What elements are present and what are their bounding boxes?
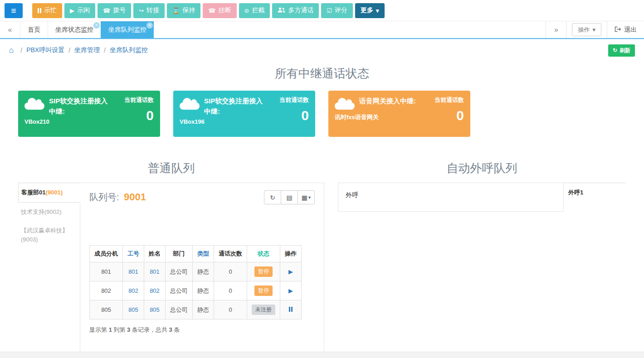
breadcrumb: ⌂ / PBX呼叫设置 / 坐席管理 / 坐席队列监控 ↻ 刷新 xyxy=(9,42,635,58)
cell-name[interactable]: 802 xyxy=(144,281,166,300)
cloud-icon xyxy=(335,102,355,110)
summary-text: 到第 xyxy=(112,326,127,333)
outbound-queue-title: 自动外呼队列 xyxy=(338,160,626,176)
home-icon[interactable]: ⌂ xyxy=(9,46,14,55)
tab-label: 首页 xyxy=(28,26,40,33)
queue-tab-9002[interactable]: 技术支持(9002) xyxy=(18,203,80,222)
trunk-card-name: VBox210 xyxy=(24,118,113,125)
close-icon[interactable]: × xyxy=(146,22,153,29)
logout-icon xyxy=(615,26,621,34)
caret-down-icon: ▾ xyxy=(376,8,379,14)
col-header-name: 姓名 xyxy=(144,246,166,262)
close-icon[interactable]: × xyxy=(93,22,100,29)
breadcrumb-link-queue-monitor[interactable]: 坐席队列监控 xyxy=(110,46,148,54)
toolbar-button-score[interactable]: ☑ 评分 xyxy=(321,3,353,18)
queue-tab-9003[interactable]: 【武汉赢卓科技】(9003) xyxy=(18,221,80,249)
panel-list-view-button[interactable]: ▤ xyxy=(281,190,298,204)
cell-action xyxy=(280,300,302,319)
toolbar-button-more[interactable]: 更多 ▾ xyxy=(355,3,385,18)
cell-worker-id[interactable]: 802 xyxy=(123,281,144,300)
cell-worker-id[interactable]: 801 xyxy=(123,262,144,281)
summary-from: 1 xyxy=(109,326,112,333)
outbound-tab-label: 外呼1 xyxy=(568,189,583,196)
menu-button[interactable]: ≡ xyxy=(5,3,23,18)
play-icon[interactable]: ▶ xyxy=(288,287,293,294)
status-badge: 未注册 xyxy=(252,305,275,315)
divider xyxy=(566,21,566,38)
col-header-type[interactable]: 类型 xyxy=(193,246,214,262)
col-header-status[interactable]: 状态 xyxy=(247,246,280,262)
cell-extension: 802 xyxy=(90,281,123,300)
users-icon xyxy=(278,7,285,14)
breadcrumb-link-pbx[interactable]: PBX呼叫设置 xyxy=(26,46,64,54)
refresh-button[interactable]: ↻ 刷新 xyxy=(608,44,635,57)
panel-columns-dropdown-button[interactable]: ▦▾ xyxy=(298,190,315,204)
breadcrumb-link-agent-mgmt[interactable]: 坐席管理 xyxy=(74,46,100,54)
summary-text: 显示第 xyxy=(89,326,109,333)
top-toolbar: ≡ 示忙 ▶ 示闲 ☎ 拨号 ↪ 转接 ⌛ 保持 ☎ 挂断 ⊘ 拦截 多方通话 … xyxy=(0,0,644,21)
cell-type: 静态 xyxy=(193,300,214,319)
logout-button[interactable]: 退出 xyxy=(607,21,644,38)
toolbar-button-conference[interactable]: 多方通话 xyxy=(272,3,319,18)
breadcrumb-separator: / xyxy=(68,47,70,54)
queue-number-heading: 队列号: 9001 xyxy=(89,191,146,203)
metric-label: 当前通话数 xyxy=(434,96,464,104)
toolbar-button-label: 示忙 xyxy=(44,6,57,15)
operation-dropdown-button[interactable]: 操作 ▾ xyxy=(572,23,601,36)
main-content: ⌂ / PBX呼叫设置 / 坐席管理 / 坐席队列监控 ↻ 刷新 所有中继通话状… xyxy=(0,39,644,352)
tabs-scroll-left-button[interactable]: « xyxy=(0,21,20,38)
block-icon: ⊘ xyxy=(244,8,249,14)
tabs-scroll-right-button[interactable]: » xyxy=(546,26,566,34)
toolbar-button-show-idle[interactable]: ▶ 示闲 xyxy=(64,3,95,18)
refresh-icon: ↻ xyxy=(270,194,275,201)
outbound-queue-tab[interactable]: 外呼1 xyxy=(564,183,626,202)
trunk-card-metric: 当前通话数 0 xyxy=(268,96,309,131)
pause-icon[interactable] xyxy=(289,307,293,312)
trunk-card-metric: 当前通话数 0 xyxy=(113,96,154,131)
metric-label: 当前通话数 xyxy=(124,96,154,104)
toolbar-button-block[interactable]: ⊘ 拦截 xyxy=(239,3,270,18)
cell-worker-id[interactable]: 805 xyxy=(123,300,144,319)
refresh-label: 刷新 xyxy=(620,47,630,54)
play-icon: ▶ xyxy=(70,8,74,14)
refresh-icon: ↻ xyxy=(613,47,617,53)
cell-type: 静态 xyxy=(193,281,214,300)
status-badge: 暂停 xyxy=(254,285,273,296)
trunk-card-vbox196: SIP软交换注册接入中继: VBox196 当前通话数 0 xyxy=(173,91,315,137)
cell-calls: 0 xyxy=(214,281,247,300)
queue-tab-number: (9003) xyxy=(21,236,38,243)
trunk-section-title: 所有中继通话状态 xyxy=(9,66,635,82)
toolbar-button-show-busy[interactable]: 示忙 xyxy=(32,3,62,18)
toolbar-button-label: 保持 xyxy=(182,6,195,15)
play-icon[interactable]: ▶ xyxy=(288,268,293,275)
toolbar-button-transfer[interactable]: ↪ 转接 xyxy=(133,3,165,18)
toolbar-button-hangup[interactable]: ☎ 挂断 xyxy=(203,3,236,18)
menu-icon: ≡ xyxy=(11,6,16,15)
toolbar-button-hold[interactable]: ⌛ 保持 xyxy=(167,3,200,18)
toolbar-button-label: 拦截 xyxy=(252,6,264,15)
tab-agent-status-monitor[interactable]: 坐席状态监控 × xyxy=(48,21,101,38)
col-header-calls: 通话次数 xyxy=(214,246,247,262)
tab-home[interactable]: 首页 xyxy=(20,21,48,38)
cell-name[interactable]: 805 xyxy=(144,300,166,319)
queues-section: 普通队列 客服部01(9001) 技术支持(9002) 【武汉赢卓科技】(900… xyxy=(9,160,635,352)
cell-name[interactable]: 801 xyxy=(144,262,166,281)
hangup-icon: ☎ xyxy=(208,8,215,14)
table-row: 801 801 801 总公司 静态 0 暂停 ▶ xyxy=(90,262,302,281)
queue-tab-9001[interactable]: 客服部01(9001) xyxy=(18,183,80,203)
queue-number-value: 9001 xyxy=(124,191,146,203)
toolbar-button-dial[interactable]: ☎ 拨号 xyxy=(98,3,131,18)
queue-tab-number: (9001) xyxy=(45,189,63,196)
cell-dept: 总公司 xyxy=(166,262,193,281)
chevron-left-icon: « xyxy=(8,26,12,34)
tab-label: 坐席状态监控 xyxy=(55,26,93,33)
trunk-card-title: 语音网关接入中继: xyxy=(359,97,416,105)
tab-agent-queue-monitor[interactable]: 坐席队列监控 × xyxy=(101,21,154,38)
caret-down-icon: ▾ xyxy=(592,26,595,33)
panel-refresh-button[interactable]: ↻ xyxy=(264,190,281,204)
table-pagination-summary: 显示第 1 到第 3 条记录，总共 3 条 xyxy=(89,326,315,334)
caret-down-icon: ▾ xyxy=(308,195,311,200)
cell-extension: 801 xyxy=(90,262,123,281)
cell-status: 暂停 xyxy=(247,262,280,281)
col-header-worker-id[interactable]: 工号 xyxy=(123,246,144,262)
